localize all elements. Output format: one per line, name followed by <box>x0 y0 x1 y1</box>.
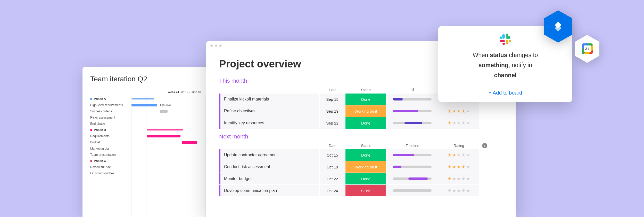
col-date: Date <box>320 144 345 148</box>
star-icon: ★ <box>448 176 451 182</box>
cell-task[interactable]: Finalize kickoff materials <box>219 94 319 105</box>
maximize-dot-icon[interactable] <box>219 44 222 47</box>
cell-timeline[interactable] <box>387 161 438 173</box>
table-row[interactable]: Update contractor agreementOct 15Done★★★… <box>219 149 503 161</box>
gantt-bar[interactable] <box>147 129 183 130</box>
add-column[interactable]: + <box>480 143 490 148</box>
star-icon: ★ <box>457 120 461 126</box>
gantt-row-label: Budget <box>90 141 131 144</box>
gantt-row-label: Success criteria <box>90 110 131 113</box>
phase-color-dot-icon <box>90 160 92 162</box>
star-icon: ★ <box>466 152 470 158</box>
cell-rating[interactable]: ★★★★★ <box>438 149 479 161</box>
col-timeline: Timeline <box>387 144 438 148</box>
col-rating: Rating <box>438 144 480 148</box>
star-icon: ★ <box>466 109 470 114</box>
star-icon: ★ <box>466 164 470 170</box>
cell-status[interactable]: Stuck <box>345 185 386 196</box>
cell-status[interactable]: Done <box>345 149 386 161</box>
cell-timeline[interactable] <box>387 94 438 105</box>
cell-timeline[interactable] <box>387 105 438 117</box>
cell-date[interactable]: Sep 22 <box>320 117 345 129</box>
cell-date[interactable]: Oct 24 <box>320 185 345 196</box>
gantt-bar[interactable] <box>182 141 197 144</box>
cell-date[interactable]: Oct 15 <box>320 149 345 161</box>
cell-task[interactable]: Update contractor agreement <box>219 149 319 161</box>
col-timeline: Ti <box>387 88 438 92</box>
add-to-board-link[interactable]: + Add to board <box>449 90 562 96</box>
cell-task[interactable]: Monitor budget <box>219 173 319 184</box>
google-calendar-icon: 31 <box>582 43 593 54</box>
cell-task[interactable]: Identify key resources <box>219 117 319 129</box>
star-icon: ★ <box>452 109 456 114</box>
star-icon: ★ <box>452 120 456 126</box>
cell-timeline[interactable] <box>387 149 438 161</box>
automation-text: When status changes to something, notify… <box>449 50 562 80</box>
gantt-row-label: Team presentation <box>90 153 131 157</box>
cell-status[interactable]: Working on it <box>345 105 386 117</box>
star-icon: ★ <box>452 188 456 193</box>
gantt-bar-label: High-level <box>159 103 171 106</box>
phase-color-dot-icon <box>90 98 92 100</box>
cell-date[interactable]: Sep 15 <box>320 94 345 105</box>
cell-status[interactable]: Working on it <box>345 161 386 173</box>
cell-task[interactable]: Refine objectives <box>219 105 319 117</box>
section-title[interactable]: Next month <box>219 133 503 140</box>
table-row[interactable]: Monitor budgetOct 22Done★★★★★ <box>219 173 503 184</box>
cell-task[interactable]: Conduct risk assessment <box>219 161 319 173</box>
minimize-dot-icon[interactable] <box>215 44 217 47</box>
cell-rating[interactable]: ★★★★★ <box>438 161 479 173</box>
star-icon: ★ <box>461 164 465 170</box>
gantt-row-label: Phase A <box>90 97 131 101</box>
star-icon: ★ <box>457 164 461 170</box>
table-row[interactable]: Develop communication planOct 24Stuck★★★… <box>219 185 503 196</box>
cell-date[interactable]: Sep 19 <box>320 105 345 117</box>
cell-timeline[interactable] <box>387 185 438 196</box>
col-status: Status <box>345 88 387 92</box>
cell-rating[interactable]: ★★★★★ <box>438 173 479 184</box>
cell-status[interactable]: Done <box>345 117 386 129</box>
star-icon: ★ <box>448 120 451 126</box>
star-icon: ★ <box>457 188 461 193</box>
gantt-row-label: Risks assessment <box>90 116 131 119</box>
table-row[interactable]: Conduct risk assessmentOct 19Working on … <box>219 161 503 173</box>
cell-rating[interactable]: ★★★★★ <box>438 105 479 117</box>
cell-status[interactable]: Done <box>345 94 386 105</box>
gantt-bar[interactable] <box>160 110 168 113</box>
slack-icon <box>500 34 511 45</box>
star-icon: ★ <box>452 152 456 158</box>
cell-timeline[interactable] <box>387 117 438 129</box>
cell-rating[interactable]: ★★★★★ <box>438 185 479 196</box>
star-icon: ★ <box>448 109 451 114</box>
cell-rating[interactable]: ★★★★★ <box>438 117 479 129</box>
star-icon: ★ <box>452 164 456 170</box>
gantt-row-label: End phase <box>90 122 131 126</box>
star-icon: ★ <box>448 152 451 158</box>
star-icon: ★ <box>461 188 465 193</box>
cell-timeline[interactable] <box>387 173 438 184</box>
gantt-bar[interactable] <box>147 135 180 137</box>
cell-status[interactable]: Done <box>345 173 386 184</box>
table-row[interactable]: Identify key resourcesSep 22Done★★★★★ <box>219 117 503 129</box>
star-icon: ★ <box>457 152 461 158</box>
star-icon: ★ <box>466 120 470 126</box>
star-icon: ★ <box>457 109 461 114</box>
gantt-bar[interactable] <box>131 104 157 106</box>
col-status: Status <box>345 144 387 148</box>
gantt-row-label: Finishing touches <box>90 172 131 175</box>
table-row[interactable]: Refine objectivesSep 19Working on it★★★★… <box>219 105 503 117</box>
google-calendar-integration-badge[interactable]: 31 <box>575 35 599 63</box>
star-icon: ★ <box>461 120 465 126</box>
plus-icon: + <box>482 143 487 148</box>
jira-integration-badge[interactable] <box>544 10 572 43</box>
gantt-row-label: Marketing plan <box>90 147 131 150</box>
gantt-row-label: Phase C <box>90 159 131 163</box>
gantt-bar[interactable] <box>131 98 154 99</box>
close-dot-icon[interactable] <box>210 44 213 47</box>
table-header-row: DateStatusTimelineRating+ <box>219 142 503 149</box>
cell-date[interactable]: Oct 19 <box>320 161 345 173</box>
cell-task[interactable]: Develop communication plan <box>219 185 319 196</box>
cell-date[interactable]: Oct 22 <box>320 173 345 184</box>
gantt-row-label: Phase B <box>90 128 131 132</box>
star-icon: ★ <box>457 176 461 182</box>
